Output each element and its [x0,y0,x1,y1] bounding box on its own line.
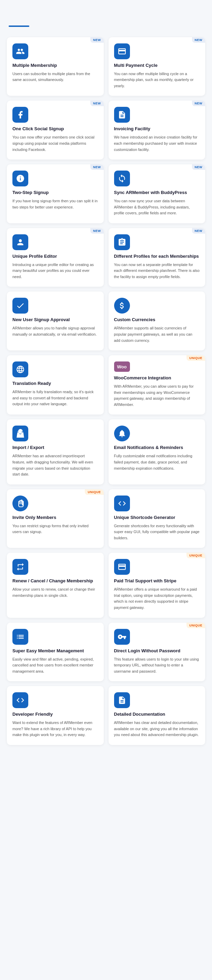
card-icon [13,43,28,59]
card-icon [13,298,28,313]
card-desc-detailed-documentation: ARMember has clear and detailed document… [114,720,200,738]
card-title-direct-login-without-password: Direct Login Without Password [114,648,200,654]
card-title-unique-profile-editor: Unique Profile Editor [13,254,98,259]
card-desc-direct-login-without-password: This feature allows users to login to yo… [114,656,200,675]
card-desc-one-click-social-signup: You can now offer your members one click… [13,134,98,153]
feature-card-unique-shortcode-generator: Unique Shortcode Generator Generate shor… [108,489,206,548]
card-icon [114,107,130,123]
card-icon [114,559,130,575]
card-desc-different-profiles-memberships: You can now set a separate profile templ… [114,262,200,280]
card-desc-sync-armember-buddypress: You can now sync your user data between … [114,198,200,216]
card-title-email-notifications-reminders: Email Notifications & Reminders [114,445,200,451]
card-title-super-easy-member-management: Super Easy Member Management [13,648,98,654]
feature-card-multiple-membership: NEW Multiple Membership Users can subscr… [7,37,104,96]
card-title-developer-friendly: Developer Friendly [13,711,98,718]
card-icon [114,234,130,250]
card-title-multiple-membership: Multiple Membership [13,63,98,68]
woo-icon: Woo [114,361,130,372]
badge-invite-only-members: UNIQUE [85,489,104,495]
card-desc-unique-profile-editor: Introducing a unique profile editor for … [13,262,98,280]
badge-sync-armember-buddypress: NEW [192,164,206,170]
card-title-renew-cancel-change: Renew / Cancel / Change Membership [13,578,98,584]
badge-one-click-social-signup: NEW [90,100,104,106]
card-title-sync-armember-buddypress: Sync ARMember with BuddyPress [114,190,200,196]
card-desc-import-export: ARMember has an advanced import/export f… [13,453,98,477]
card-title-multi-payment-cycle: Multi Payment Cycle [114,63,200,68]
feature-card-email-notifications-reminders: Email Notifications & Reminders Fully cu… [108,419,206,484]
feature-card-unique-profile-editor: NEW Unique Profile Editor Introducing a … [7,228,104,287]
card-desc-new-user-signup-approval: ARMember allows you to handle signup app… [13,325,98,337]
card-desc-multiple-membership: Users can subscribe to multiple plans fr… [13,71,98,83]
card-title-new-user-signup-approval: New User Signup Approval [13,317,98,323]
card-desc-email-notifications-reminders: Fully customizable email notifications i… [114,453,200,471]
page-title [9,10,203,22]
feature-card-woocommerce-integration: UNIQUE Woo WooCommerce Integration With … [108,355,206,415]
card-icon [13,559,28,575]
card-desc-developer-friendly: Want to extend the features of ARMember … [13,720,98,738]
card-icon [13,361,28,377]
feature-card-invoicing-facility: NEW Invoicing Facility We have introduce… [108,100,206,159]
badge-two-step-signup: NEW [90,164,104,170]
feature-card-multi-payment-cycle: NEW Multi Payment Cycle You can now offe… [108,37,206,96]
card-title-unique-shortcode-generator: Unique Shortcode Generator [114,515,200,521]
card-icon [114,298,130,313]
feature-grid: NEW Multiple Membership Users can subscr… [7,37,205,745]
card-icon [13,426,28,441]
badge-paid-trial-stripe: UNIQUE [186,553,205,558]
badge-unique-profile-editor: NEW [90,228,104,234]
badge-woocommerce-integration: UNIQUE [186,355,205,361]
card-desc-two-step-signup: If you have long signup form then you ca… [13,198,98,210]
feature-card-invite-only-members: UNIQUE Invite Only Members You can restr… [7,489,104,548]
card-desc-invoicing-facility: We have introduced an invoice creation f… [114,134,200,153]
feature-card-renew-cancel-change: Renew / Cancel / Change Membership Allow… [7,553,104,617]
badge-multi-payment-cycle: NEW [192,37,206,43]
card-desc-translation-ready: ARMember is fully translation ready, so … [13,389,98,407]
card-desc-paid-trial-stripe: ARMember offers a unique workaround for … [114,587,200,611]
card-title-one-click-social-signup: One Click Social Signup [13,126,98,132]
card-title-translation-ready: Translation Ready [13,381,98,387]
feature-card-developer-friendly: Developer Friendly Want to extend the fe… [7,686,104,745]
page-wrapper: NEW Multiple Membership Users can subscr… [0,0,212,759]
card-title-two-step-signup: Two-Step Signup [13,190,98,196]
card-icon [114,629,130,645]
badge-invoicing-facility: NEW [192,100,206,106]
card-desc-invite-only-members: You can restrict signup forms that only … [13,523,98,535]
feature-card-custom-currencies: Custom Currencies ARMember supports all … [108,291,206,350]
feature-card-different-profiles-memberships: NEW Different Profiles for each Membersh… [108,228,206,287]
card-desc-woocommerce-integration: With ARMember, you can allow users to pa… [114,383,200,408]
card-title-woocommerce-integration: WooCommerce Integration [114,375,200,381]
feature-card-translation-ready: Translation Ready ARMember is fully tran… [7,355,104,415]
card-title-custom-currencies: Custom Currencies [114,317,200,323]
feature-card-direct-login-without-password: UNIQUE Direct Login Without Password Thi… [108,623,206,682]
feature-card-sync-armember-buddypress: NEW Sync ARMember with BuddyPress You ca… [108,164,206,223]
feature-card-paid-trial-stripe: UNIQUE Paid Trial Support with Stripe AR… [108,553,206,617]
card-desc-super-easy-member-management: Easily view and filter all active, pendi… [13,656,98,675]
badge-multiple-membership: NEW [90,37,104,43]
card-title-import-export: Import / Export [13,445,98,451]
header [7,10,205,27]
badge-direct-login-without-password: UNIQUE [186,623,205,628]
card-icon [114,426,130,441]
feature-card-super-easy-member-management: Super Easy Member Management Easily view… [7,623,104,682]
card-title-invite-only-members: Invite Only Members [13,515,98,521]
card-icon [13,692,28,708]
card-title-paid-trial-stripe: Paid Trial Support with Stripe [114,578,200,584]
card-title-detailed-documentation: Detailed Documentation [114,711,200,718]
feature-card-one-click-social-signup: NEW One Click Social Signup You can now … [7,100,104,159]
card-icon [114,692,130,708]
card-title-invoicing-facility: Invoicing Facility [114,126,200,132]
feature-card-detailed-documentation: Detailed Documentation ARMember has clea… [108,686,206,745]
header-underline [9,25,29,27]
card-icon [114,43,130,59]
card-icon [13,170,28,186]
card-icon [13,629,28,645]
card-icon [114,170,130,186]
card-icon [13,107,28,123]
badge-different-profiles-memberships: NEW [192,228,206,234]
feature-card-import-export: Import / Export ARMember has an advanced… [7,419,104,484]
card-desc-renew-cancel-change: Allow your users to renew, cancel or cha… [13,587,98,598]
card-icon [13,234,28,250]
feature-card-new-user-signup-approval: New User Signup Approval ARMember allows… [7,291,104,350]
card-title-different-profiles-memberships: Different Profiles for each Memberships [114,254,200,259]
card-desc-multi-payment-cycle: You can now offer multiple billing cycle… [114,71,200,89]
